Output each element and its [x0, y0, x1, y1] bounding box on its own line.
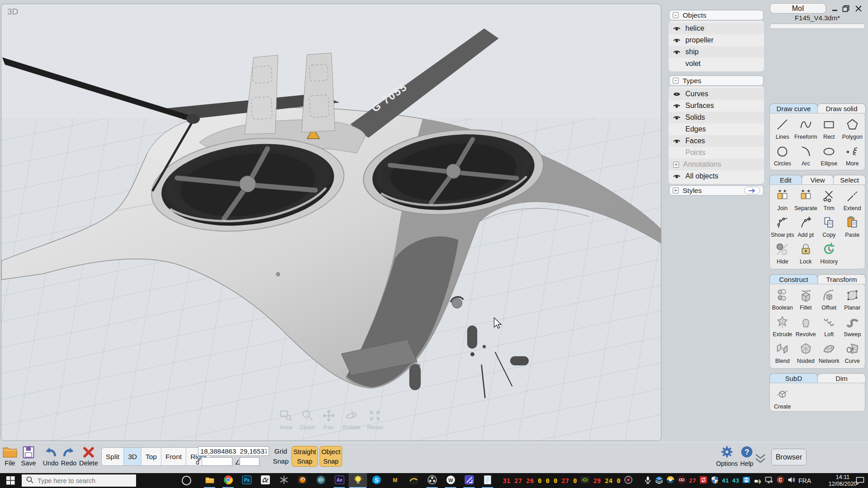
taskbar-app-wacom[interactable]: W: [441, 473, 460, 488]
tab-subd[interactable]: SubD: [769, 373, 818, 383]
taskbar-app-substance[interactable]: [311, 473, 330, 488]
tool-create[interactable]: Create: [771, 387, 794, 410]
search-input[interactable]: [38, 477, 128, 484]
collapse-icon[interactable]: −: [673, 12, 679, 18]
tool-offset[interactable]: Offset: [817, 288, 841, 311]
eye-half-icon[interactable]: [673, 138, 681, 144]
tool-extend[interactable]: Extend: [841, 189, 864, 211]
collapse-icon[interactable]: −: [673, 78, 679, 84]
delete-button[interactable]: Delete: [76, 445, 101, 467]
taskbar-app-pixologic[interactable]: [274, 473, 293, 488]
taskbar-app-photoshop[interactable]: Ps: [237, 473, 256, 488]
color-wheel-icon[interactable]: [666, 476, 675, 485]
view-mode-3d[interactable]: 3D: [124, 448, 142, 465]
expand-icon[interactable]: +: [673, 188, 679, 193]
minimize-button[interactable]: [830, 4, 840, 13]
tool-extrude[interactable]: Extrude: [771, 315, 794, 338]
usb-icon[interactable]: [754, 476, 762, 485]
tool-rect[interactable]: Rect: [817, 117, 841, 140]
list-item[interactable]: Edges: [669, 123, 764, 135]
tool-lock[interactable]: Lock: [794, 242, 818, 265]
taskbar-search[interactable]: [22, 474, 136, 487]
viewport-reset-control[interactable]: Reset: [367, 409, 383, 431]
expand-icon[interactable]: +: [673, 162, 679, 168]
list-item[interactable]: Faces: [669, 135, 764, 147]
tool-copy[interactable]: Copy: [817, 216, 841, 238]
view-mode-split[interactable]: Split: [102, 448, 124, 465]
tool-sweep[interactable]: Sweep: [841, 315, 864, 338]
taskbar-app-file-explorer[interactable]: [200, 473, 219, 488]
save-button[interactable]: Save: [16, 445, 41, 467]
tool-ellipse[interactable]: Ellipse: [817, 144, 841, 167]
section-header-objects[interactable]: −Objects: [669, 10, 764, 20]
coordinate-readout[interactable]: [198, 446, 269, 456]
tool-join[interactable]: Join: [771, 189, 794, 211]
taskbar-app-blender[interactable]: [293, 473, 311, 488]
defender-icon[interactable]: [711, 476, 719, 485]
tool-hide[interactable]: Hide: [771, 242, 794, 265]
tool-blend[interactable]: Blend: [771, 342, 794, 364]
start-button[interactable]: [0, 473, 21, 488]
display-icon[interactable]: [765, 476, 773, 485]
action-center-icon[interactable]: [855, 476, 865, 487]
taskbar-app-after-effects[interactable]: Ae: [330, 473, 349, 488]
list-item[interactable]: Curves: [669, 88, 764, 100]
object-snap-toggle[interactable]: Object Snap: [320, 446, 342, 467]
taskbar-app-obs[interactable]: [423, 473, 441, 488]
tool-separate[interactable]: Separate: [794, 189, 818, 211]
list-item[interactable]: Surfaces: [669, 100, 764, 112]
styles-arrow-button[interactable]: [744, 187, 760, 194]
taskbar-app-moi3d[interactable]: [349, 473, 367, 488]
tab-draw-curve[interactable]: Draw curve: [769, 103, 818, 113]
eye-half-icon[interactable]: [673, 174, 681, 179]
list-item[interactable]: All objects: [669, 170, 764, 182]
tool-polygon[interactable]: Polygon: [841, 117, 864, 140]
microphone-icon[interactable]: [644, 476, 652, 485]
restore-button[interactable]: [841, 4, 851, 13]
eye-half-icon[interactable]: [673, 103, 681, 109]
tool-history[interactable]: History: [817, 242, 841, 265]
tool-paste[interactable]: Paste: [841, 216, 864, 238]
taskbar-app-marmoset[interactable]: M: [386, 473, 404, 488]
tab-transform[interactable]: Transform: [817, 274, 866, 284]
tab-select[interactable]: Select: [833, 175, 866, 184]
chevron-double-down-icon[interactable]: [754, 453, 767, 466]
view-mode-top[interactable]: Top: [142, 448, 161, 465]
eye-half-icon[interactable]: [673, 26, 681, 32]
tool-arc[interactable]: Arc: [794, 144, 818, 167]
eye-half-icon[interactable]: [673, 38, 681, 43]
speaker-icon[interactable]: [788, 476, 796, 485]
tool-revolve[interactable]: Revolve: [794, 315, 818, 338]
tool-fillet[interactable]: Fillet: [794, 288, 818, 311]
list-item[interactable]: volet: [669, 58, 764, 70]
distance-input[interactable]: [202, 457, 232, 466]
teamviewer-icon[interactable]: [742, 476, 750, 485]
tool-freeform[interactable]: Freeform: [794, 117, 818, 140]
close-button[interactable]: [854, 4, 863, 13]
tab-dim[interactable]: Dim: [817, 373, 866, 383]
tool-curve[interactable]: Curve: [841, 342, 864, 364]
update-badge-icon[interactable]: [699, 476, 708, 485]
taskbar-app-notepad[interactable]: [478, 473, 497, 488]
cortana-icon[interactable]: [182, 476, 191, 485]
taskbar-app-chrome[interactable]: [219, 473, 237, 488]
eye-full-icon[interactable]: [673, 91, 681, 97]
browser-button[interactable]: Browser: [771, 449, 807, 465]
tool-lines[interactable]: Lines: [771, 117, 794, 140]
tab-view[interactable]: View: [802, 175, 834, 184]
tool-show-pts[interactable]: Show pts: [771, 216, 794, 238]
obs-tray-icon[interactable]: [624, 476, 632, 485]
taskbar-app-marvelous[interactable]: [404, 473, 423, 488]
eye-half-icon[interactable]: [673, 49, 681, 55]
tool-circles[interactable]: Circles: [771, 144, 794, 167]
layers-icon[interactable]: [655, 476, 663, 485]
list-item[interactable]: helice: [669, 23, 764, 34]
list-item[interactable]: +Annotations: [669, 159, 764, 170]
nvidia-icon[interactable]: [581, 476, 589, 485]
straight-snap-toggle[interactable]: Straight Snap: [292, 446, 318, 467]
taskbar-app-skype[interactable]: S: [367, 473, 386, 488]
tab-draw-solid[interactable]: Draw solid: [817, 103, 866, 113]
list-item[interactable]: Points: [669, 147, 764, 159]
3d-viewport[interactable]: G 7055: [1, 4, 661, 441]
tool-nsided[interactable]: Nsided: [794, 342, 818, 364]
